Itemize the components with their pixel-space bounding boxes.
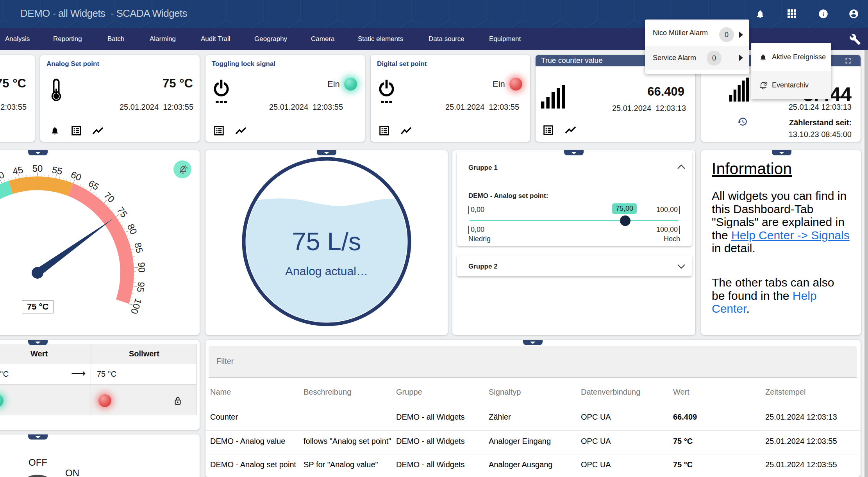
svg-text:75 L/s: 75 L/s	[292, 227, 361, 256]
svg-text:55: 55	[51, 164, 63, 177]
svg-text:45: 45	[12, 164, 24, 177]
svg-text:Analog actual…: Analog actual…	[285, 265, 368, 278]
svg-text:85: 85	[132, 242, 145, 254]
svg-text:65: 65	[86, 178, 101, 192]
svg-text:95: 95	[135, 281, 146, 293]
svg-text:75: 75	[115, 205, 130, 219]
svg-text:80: 80	[125, 222, 139, 236]
svg-text:90: 90	[136, 262, 147, 273]
svg-text:100: 100	[129, 297, 144, 315]
svg-text:50: 50	[32, 163, 43, 174]
svg-text:60: 60	[70, 169, 83, 183]
